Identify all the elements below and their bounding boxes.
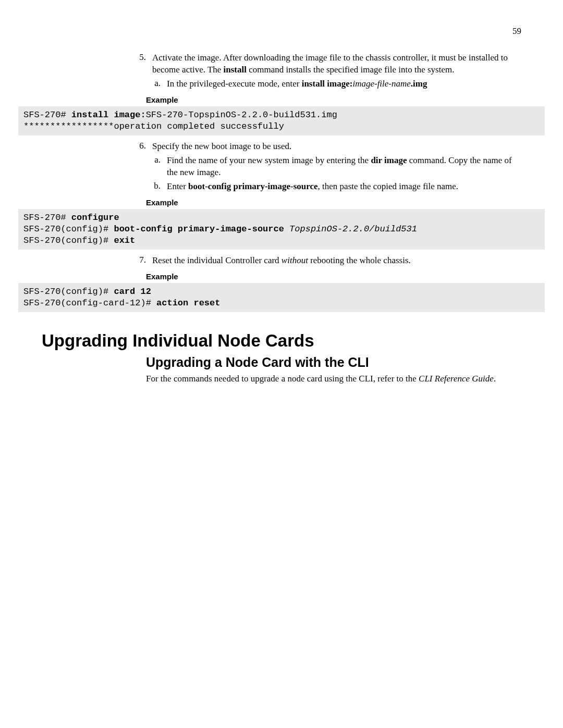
code3-l2b: action reset [156,298,220,308]
step-7-t1: Reset the individual Controller card [152,255,282,265]
code2-l3b: exit [114,236,135,245]
p1b: CLI Reference Guide [419,374,494,384]
step-6a-text: Find the name of your new system image b… [167,155,521,179]
code2-l2a: SFS-270(config)# [23,224,114,234]
step-6b-t2: , then paste the copied image file name. [318,181,459,191]
step-7: 7. Reset the individual Controller card … [42,255,521,267]
code2-l1b: configure [71,213,119,223]
step-6-text: Specify the new boot image to be used. [152,141,521,153]
code3-l1a: SFS-270(config)# [23,287,114,297]
step-5a-text: In the privileged-execute mode, enter in… [167,78,521,90]
step-6a: a. Find the name of your new system imag… [42,155,521,179]
code3-l1b: card 12 [114,287,151,297]
code2-l2b: boot-config primary-image-source [114,224,289,234]
step-5a-letter: a. [42,78,167,90]
heading-upgrading-individual-node-cards: Upgrading Individual Node Cards [42,331,521,351]
step-6b-letter: b. [42,181,167,193]
step-7-number: 7. [42,255,152,267]
step-6a-t1: Find the name of your new system image b… [167,155,371,165]
step-5-bold: install [224,65,247,75]
step-6: 6. Specify the new boot image to be used… [42,141,521,153]
step-6b-text: Enter boot-config primary-image-source, … [167,181,521,193]
example-label-2: Example [146,198,521,207]
step-5a-b1: install image: [302,79,353,89]
step-6a-b1: dir image [371,155,407,165]
step-7-i1: without [282,255,308,265]
code2-l1a: SFS-270# [23,213,71,223]
page-number: 59 [42,26,521,36]
step-5a: a. In the privileged-execute mode, enter… [42,78,521,90]
code3-l2a: SFS-270(config-card-12)# [23,298,156,308]
step-5-text: Activate the image. After downloading th… [152,52,521,76]
code-block-1: SFS-270# install image:SFS-270-TopspinOS… [18,106,545,135]
code-block-3: SFS-270(config)# card 12 SFS-270(config-… [18,283,545,312]
step-5a-b2: .img [411,79,427,89]
code-block-2: SFS-270# configure SFS-270(config)# boot… [18,209,545,250]
step-7-text: Reset the individual Controller card wit… [152,255,521,267]
step-5a-i1: image-file-name [352,79,410,89]
page-container: 59 5. Activate the image. After download… [0,0,563,411]
step-7-t2: rebooting the whole chassis. [308,255,411,265]
step-6b-t1: Enter [167,181,188,191]
code1-l2: *****************operation completed suc… [23,121,284,131]
step-5-number: 5. [42,52,152,76]
step-6b-b1: boot-config primary-image-source [188,181,318,191]
example-label-1: Example [146,95,521,104]
step-6b: b. Enter boot-config primary-image-sourc… [42,181,521,193]
p1a: For the commands needed to upgrade a nod… [146,374,419,384]
step-6-number: 6. [42,141,152,153]
code1-l1c: SFS-270-TopspinOS-2.2.0-build531.img [146,110,337,120]
step-5a-t1: In the privileged-execute mode, enter [167,79,302,89]
step-5-t2: command installs the specified image fil… [247,65,454,75]
code2-l2c: TopspinOS-2.2.0/build531 [289,224,417,234]
paragraph-cli-reference: For the commands needed to upgrade a nod… [146,373,521,385]
heading-upgrading-node-card-cli: Upgrading a Node Card with the CLI [146,355,521,370]
code1-l1b: install image: [71,110,146,120]
step-5: 5. Activate the image. After downloading… [42,52,521,76]
p1c: . [494,374,496,384]
example-label-3: Example [146,272,521,281]
code2-l3a: SFS-270(config)# [23,236,114,245]
step-6a-letter: a. [42,155,167,179]
code1-l1a: SFS-270# [23,110,71,120]
